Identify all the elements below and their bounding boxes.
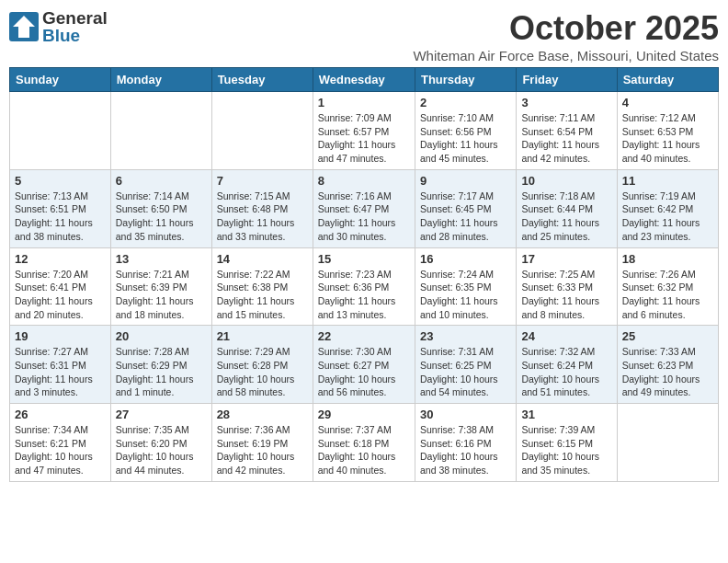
day-number: 3 (521, 96, 611, 109)
day-info: Sunrise: 7:13 AM Sunset: 6:51 PM Dayligh… (15, 190, 106, 244)
day-info: Sunrise: 7:16 AM Sunset: 6:47 PM Dayligh… (318, 190, 410, 244)
table-row: 12Sunrise: 7:20 AM Sunset: 6:41 PM Dayli… (10, 247, 111, 326)
day-number: 31 (521, 408, 611, 421)
table-row (617, 404, 718, 482)
page-header: General Blue October 2025 Whiteman Air F… (9, 9, 719, 63)
day-number: 17 (521, 252, 611, 266)
day-number: 23 (420, 329, 511, 343)
day-number: 6 (116, 174, 207, 188)
day-number: 7 (217, 174, 308, 188)
col-wednesday: Wednesday (313, 68, 415, 92)
table-row: 29Sunrise: 7:37 AM Sunset: 6:18 PM Dayli… (313, 404, 415, 482)
day-number: 25 (622, 329, 713, 343)
table-row: 16Sunrise: 7:24 AM Sunset: 6:35 PM Dayli… (415, 247, 516, 326)
table-row: 21Sunrise: 7:29 AM Sunset: 6:28 PM Dayli… (211, 326, 313, 404)
calendar-header-row: Sunday Monday Tuesday Wednesday Thursday… (10, 68, 719, 92)
calendar-week-row: 26Sunrise: 7:34 AM Sunset: 6:21 PM Dayli… (10, 404, 719, 482)
table-row: 15Sunrise: 7:23 AM Sunset: 6:36 PM Dayli… (313, 247, 415, 326)
day-number: 5 (15, 174, 106, 188)
table-row: 6Sunrise: 7:14 AM Sunset: 6:50 PM Daylig… (110, 169, 211, 247)
table-row: 18Sunrise: 7:26 AM Sunset: 6:32 PM Dayli… (617, 247, 718, 326)
table-row: 22Sunrise: 7:30 AM Sunset: 6:27 PM Dayli… (313, 326, 415, 404)
day-info: Sunrise: 7:36 AM Sunset: 6:19 PM Dayligh… (217, 423, 308, 477)
logo-icon (9, 12, 39, 41)
table-row: 24Sunrise: 7:32 AM Sunset: 6:24 PM Dayli… (517, 326, 617, 404)
day-number: 16 (420, 252, 511, 266)
table-row: 27Sunrise: 7:35 AM Sunset: 6:20 PM Dayli… (110, 404, 211, 482)
location-title: Whiteman Air Force Base, Missouri, Unite… (413, 48, 719, 63)
table-row: 13Sunrise: 7:21 AM Sunset: 6:39 PM Dayli… (110, 247, 211, 326)
table-row: 28Sunrise: 7:36 AM Sunset: 6:19 PM Dayli… (211, 404, 313, 482)
table-row: 31Sunrise: 7:39 AM Sunset: 6:15 PM Dayli… (517, 404, 617, 482)
table-row: 10Sunrise: 7:18 AM Sunset: 6:44 PM Dayli… (517, 169, 617, 247)
day-info: Sunrise: 7:22 AM Sunset: 6:38 PM Dayligh… (217, 268, 308, 322)
day-info: Sunrise: 7:09 AM Sunset: 6:57 PM Dayligh… (318, 111, 410, 166)
day-info: Sunrise: 7:33 AM Sunset: 6:23 PM Dayligh… (622, 345, 713, 399)
table-row: 19Sunrise: 7:27 AM Sunset: 6:31 PM Dayli… (10, 326, 111, 404)
table-row: 8Sunrise: 7:16 AM Sunset: 6:47 PM Daylig… (313, 169, 415, 247)
title-section: October 2025 Whiteman Air Force Base, Mi… (413, 9, 719, 63)
table-row: 25Sunrise: 7:33 AM Sunset: 6:23 PM Dayli… (617, 326, 718, 404)
month-title: October 2025 (413, 9, 719, 48)
day-info: Sunrise: 7:18 AM Sunset: 6:44 PM Dayligh… (521, 190, 611, 244)
day-number: 27 (116, 408, 207, 421)
day-info: Sunrise: 7:35 AM Sunset: 6:20 PM Dayligh… (116, 423, 207, 477)
table-row: 1Sunrise: 7:09 AM Sunset: 6:57 PM Daylig… (313, 92, 415, 170)
day-info: Sunrise: 7:27 AM Sunset: 6:31 PM Dayligh… (15, 345, 106, 399)
table-row: 3Sunrise: 7:11 AM Sunset: 6:54 PM Daylig… (517, 92, 617, 170)
day-info: Sunrise: 7:28 AM Sunset: 6:29 PM Dayligh… (116, 345, 207, 399)
table-row: 23Sunrise: 7:31 AM Sunset: 6:25 PM Dayli… (415, 326, 516, 404)
day-number: 8 (318, 174, 410, 188)
day-info: Sunrise: 7:21 AM Sunset: 6:39 PM Dayligh… (116, 268, 207, 322)
logo-general: General (42, 9, 108, 27)
day-number: 20 (116, 329, 207, 343)
calendar-week-row: 19Sunrise: 7:27 AM Sunset: 6:31 PM Dayli… (10, 326, 719, 404)
calendar-table: Sunday Monday Tuesday Wednesday Thursday… (9, 67, 719, 482)
table-row: 26Sunrise: 7:34 AM Sunset: 6:21 PM Dayli… (10, 404, 111, 482)
day-info: Sunrise: 7:39 AM Sunset: 6:15 PM Dayligh… (521, 423, 611, 477)
day-number: 15 (318, 252, 410, 266)
table-row: 17Sunrise: 7:25 AM Sunset: 6:33 PM Dayli… (517, 247, 617, 326)
calendar-week-row: 1Sunrise: 7:09 AM Sunset: 6:57 PM Daylig… (10, 92, 719, 170)
day-info: Sunrise: 7:12 AM Sunset: 6:53 PM Dayligh… (622, 111, 713, 166)
day-info: Sunrise: 7:15 AM Sunset: 6:48 PM Dayligh… (217, 190, 308, 244)
calendar-week-row: 12Sunrise: 7:20 AM Sunset: 6:41 PM Dayli… (10, 247, 719, 326)
day-number: 26 (15, 408, 106, 421)
table-row (211, 92, 313, 170)
col-tuesday: Tuesday (211, 68, 313, 92)
day-number: 28 (217, 408, 308, 421)
col-thursday: Thursday (415, 68, 516, 92)
day-number: 1 (318, 96, 410, 109)
day-info: Sunrise: 7:26 AM Sunset: 6:32 PM Dayligh… (622, 268, 713, 322)
day-number: 14 (217, 252, 308, 266)
day-number: 21 (217, 329, 308, 343)
day-info: Sunrise: 7:20 AM Sunset: 6:41 PM Dayligh… (15, 268, 106, 322)
day-number: 9 (420, 174, 511, 188)
table-row: 11Sunrise: 7:19 AM Sunset: 6:42 PM Dayli… (617, 169, 718, 247)
day-info: Sunrise: 7:34 AM Sunset: 6:21 PM Dayligh… (15, 423, 106, 477)
day-info: Sunrise: 7:23 AM Sunset: 6:36 PM Dayligh… (318, 268, 410, 322)
table-row: 20Sunrise: 7:28 AM Sunset: 6:29 PM Dayli… (110, 326, 211, 404)
table-row (10, 92, 111, 170)
day-number: 13 (116, 252, 207, 266)
table-row (110, 92, 211, 170)
col-friday: Friday (517, 68, 617, 92)
day-info: Sunrise: 7:30 AM Sunset: 6:27 PM Dayligh… (318, 345, 410, 399)
col-sunday: Sunday (10, 68, 111, 92)
day-number: 19 (15, 329, 106, 343)
col-monday: Monday (110, 68, 211, 92)
day-number: 24 (521, 329, 611, 343)
day-info: Sunrise: 7:17 AM Sunset: 6:45 PM Dayligh… (420, 190, 511, 244)
day-number: 2 (420, 96, 511, 109)
day-info: Sunrise: 7:10 AM Sunset: 6:56 PM Dayligh… (420, 111, 511, 166)
table-row: 2Sunrise: 7:10 AM Sunset: 6:56 PM Daylig… (415, 92, 516, 170)
table-row: 9Sunrise: 7:17 AM Sunset: 6:45 PM Daylig… (415, 169, 516, 247)
table-row: 7Sunrise: 7:15 AM Sunset: 6:48 PM Daylig… (211, 169, 313, 247)
day-info: Sunrise: 7:19 AM Sunset: 6:42 PM Dayligh… (622, 190, 713, 244)
logo-text: General Blue (42, 9, 108, 44)
day-info: Sunrise: 7:32 AM Sunset: 6:24 PM Dayligh… (521, 345, 611, 399)
logo-blue: Blue (42, 27, 108, 44)
table-row: 4Sunrise: 7:12 AM Sunset: 6:53 PM Daylig… (617, 92, 718, 170)
table-row: 30Sunrise: 7:38 AM Sunset: 6:16 PM Dayli… (415, 404, 516, 482)
day-info: Sunrise: 7:14 AM Sunset: 6:50 PM Dayligh… (116, 190, 207, 244)
